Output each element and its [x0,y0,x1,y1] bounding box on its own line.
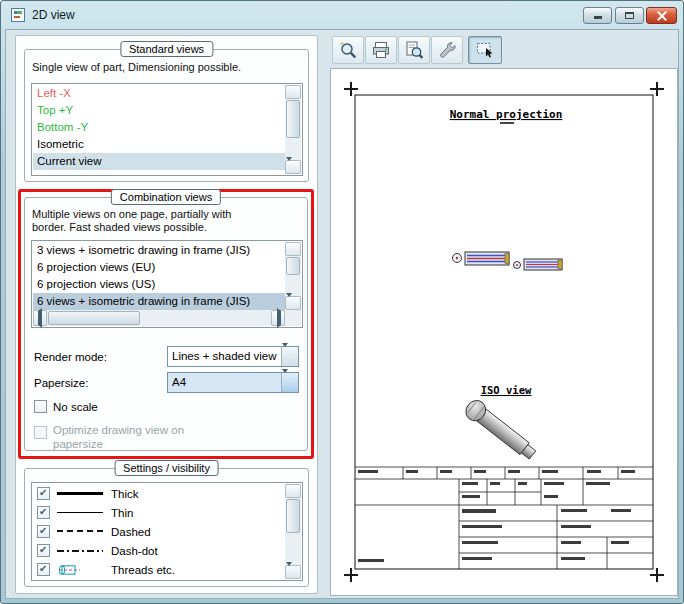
settings-visibility-group-title: Settings / visibility [114,460,219,476]
scale-note-mark [500,122,514,124]
wrench-icon [437,40,457,60]
corner-marks [344,82,664,582]
chevron-down-icon [282,369,288,387]
list-item-selected[interactable]: Current view [33,153,285,170]
standard-views-description: Single view of part, Dimensioning possib… [32,61,304,74]
list-item[interactable]: 6 projection views (EU) [33,259,285,276]
no-scale-label: No scale [53,400,98,414]
standard-views-group: Standard views Single view of part, Dime… [24,49,309,182]
maximize-button[interactable] [615,7,644,24]
print-icon [371,40,391,60]
scroll-down-button[interactable] [285,296,301,310]
vertical-scrollbar[interactable] [285,484,301,579]
scrollbar-thumb[interactable] [48,311,140,325]
render-mode-dropdown[interactable]: Lines + shaded view [167,346,299,367]
list-item[interactable]: Isometric [33,136,285,153]
arrow-left-icon [38,308,42,328]
close-button[interactable] [646,7,677,24]
list-item[interactable]: 3 views + isometric drawing in frame (JI… [33,242,285,259]
render-mode-label: Render mode: [34,350,107,364]
maximize-icon [625,12,634,19]
minimize-button[interactable] [583,7,612,24]
papersize-label: Papersize: [34,376,88,390]
scroll-left-button[interactable] [33,310,47,326]
threads-checkbox[interactable] [37,563,50,576]
close-icon [657,11,667,21]
window-title: 2D view [32,8,75,22]
list-item[interactable]: 6 projection views (US) [33,276,285,293]
tools-button[interactable] [431,36,463,64]
threads-icon [57,564,83,576]
optimize-checkbox [34,426,47,439]
scrollbar-thumb[interactable] [286,499,300,533]
print-preview-button[interactable] [398,36,430,64]
drawing-sheet: Normal projection [331,69,677,595]
no-scale-checkbox[interactable] [34,400,47,413]
dropdown-button[interactable] [281,347,298,366]
sheet-frame [355,95,653,569]
optimize-label: Optimize drawing view on papersize [53,423,203,451]
dashed-checkbox[interactable] [37,525,50,538]
combination-views-description: Multiple views on one page, partially wi… [32,208,268,234]
capture-icon [475,40,495,60]
combination-views-list: 3 views + isometric drawing in frame (JI… [31,240,303,328]
list-item[interactable]: Bottom -Y [33,119,285,136]
scrollbar-thumb[interactable] [286,257,300,275]
list-item[interactable]: Thick [33,484,285,503]
combination-views-group: Combination views Multiple views on one … [24,197,308,451]
thick-checkbox[interactable] [37,487,50,500]
title-block-text-marks [358,470,635,562]
dropdown-button[interactable] [281,373,298,392]
render-mode-value: Lines + shaded view [168,347,281,366]
item-label: Threads etc. [111,563,175,577]
dashed-line-sample [57,530,103,532]
scroll-up-button[interactable] [285,242,301,256]
dialog-body: Standard views Single view of part, Dime… [5,29,679,599]
list-item[interactable]: Top +Y [33,102,285,119]
normal-projection-label: Normal projection [450,108,563,121]
settings-list: Thick Thin Dashed [31,482,303,581]
scroll-down-button[interactable] [285,160,301,174]
list-item[interactable]: Dash-dot [33,541,285,560]
zoom-button[interactable] [332,36,364,64]
arrow-down-icon [286,157,292,175]
scroll-right-button[interactable] [271,310,285,326]
iso-bolt [462,396,539,463]
left-panel: Standard views Single view of part, Dime… [15,35,318,594]
chevron-down-icon [282,343,288,361]
list-item-selected[interactable]: 6 views + isometric drawing in frame (JI… [33,293,285,310]
scroll-up-button[interactable] [285,85,301,99]
vertical-scrollbar[interactable] [285,85,301,174]
drawing-viewport[interactable]: Normal projection [330,68,678,596]
papersize-dropdown[interactable]: A4 [167,372,299,393]
2d-view-window: 2D view Standard views Single view of pa… [0,0,684,604]
item-label: Thick [111,487,138,501]
scroll-down-button[interactable] [285,565,301,579]
titlebar[interactable]: 2D view [1,1,683,29]
papersize-value: A4 [168,373,281,392]
arrow-down-icon [286,562,292,580]
drawing-toolbar [332,36,512,66]
dash-dot-checkbox[interactable] [37,544,50,557]
thick-line-sample [57,492,103,495]
list-item[interactable]: Left -X [33,85,285,102]
scrollbar-thumb[interactable] [286,100,300,138]
print-button[interactable] [365,36,397,64]
scroll-up-button[interactable] [285,484,301,498]
capture-button[interactable] [468,36,502,64]
list-item[interactable]: Thin [33,503,285,522]
iso-view-label: ISO view [481,384,532,396]
arrow-right-icon [277,308,281,328]
item-label: Thin [111,506,133,520]
horizontal-scrollbar[interactable] [33,310,285,326]
standard-views-group-title: Standard views [120,41,213,57]
list-item[interactable]: Threads etc. [33,560,285,579]
minimize-icon [594,16,602,19]
fastener-top-view [453,252,563,270]
arrow-down-icon [286,293,292,311]
thin-checkbox[interactable] [37,506,50,519]
vertical-scrollbar[interactable] [285,242,301,310]
list-item[interactable]: Dashed [33,522,285,541]
print-preview-icon [404,40,424,60]
item-label: Dash-dot [111,544,158,558]
